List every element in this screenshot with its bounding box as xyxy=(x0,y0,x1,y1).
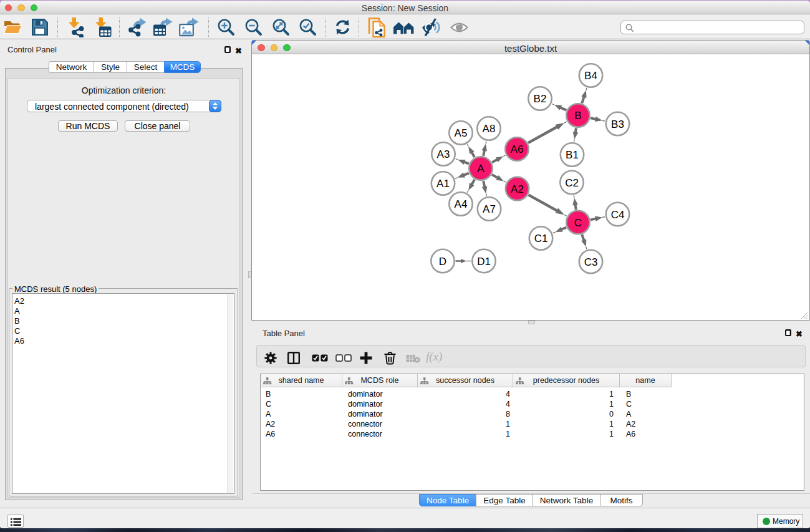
svg-text:D1: D1 xyxy=(477,256,491,268)
svg-text:C2: C2 xyxy=(565,177,579,189)
svg-text:C4: C4 xyxy=(611,209,625,221)
svg-text:A3: A3 xyxy=(437,148,450,160)
svg-text:A8: A8 xyxy=(483,123,496,135)
svg-text:A1: A1 xyxy=(436,178,450,190)
svg-text:B1: B1 xyxy=(566,149,579,161)
svg-text:A: A xyxy=(477,163,485,175)
svg-text:B4: B4 xyxy=(584,70,597,82)
svg-text:D: D xyxy=(439,256,446,268)
svg-text:C1: C1 xyxy=(534,233,548,244)
svg-text:B3: B3 xyxy=(611,118,624,130)
svg-text:A5: A5 xyxy=(455,127,468,139)
svg-text:A2: A2 xyxy=(511,183,524,195)
svg-text:A4: A4 xyxy=(455,198,468,210)
svg-text:B2: B2 xyxy=(534,93,547,105)
svg-text:A6: A6 xyxy=(511,143,524,155)
svg-text:A7: A7 xyxy=(483,203,496,215)
svg-text:B: B xyxy=(574,110,581,122)
svg-text:C: C xyxy=(574,217,582,229)
svg-text:C3: C3 xyxy=(584,256,598,268)
